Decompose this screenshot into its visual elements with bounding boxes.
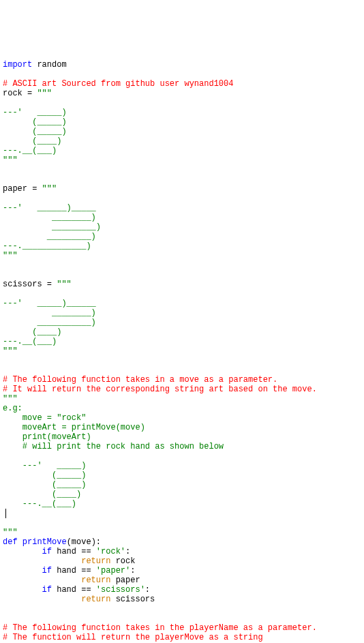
string-open: """: [57, 280, 72, 289]
identifier: scissors =: [3, 280, 57, 289]
indent: [3, 575, 81, 585]
code-line: import random: [3, 60, 67, 70]
comment: # The following function takes in the pl…: [3, 623, 317, 633]
identifier: paper: [110, 575, 140, 585]
code-line: if hand == 'scissors':: [3, 585, 150, 595]
docstring-line: # will print the rock hand as shown belo…: [3, 442, 224, 451]
colon: :: [125, 547, 130, 556]
indent: [3, 585, 42, 595]
comment: # It will return the corresponding strin…: [3, 385, 317, 394]
code-line: return rock: [3, 556, 135, 566]
expr: hand ==: [52, 547, 96, 556]
indent: [3, 547, 42, 556]
function-name: printMove: [18, 537, 67, 547]
colon: :: [130, 566, 135, 575]
comment: # The following function takes in a move…: [3, 375, 277, 385]
code-line: paper = """: [3, 184, 57, 194]
keyword-def: def: [3, 537, 18, 547]
text-cursor: [5, 509, 6, 518]
code-line: scissors = """: [3, 280, 72, 289]
docstring-art: ---' _____) (_____) (_____) (____) ---._…: [3, 461, 86, 509]
identifier: rock: [110, 556, 135, 566]
identifier: paper =: [3, 184, 42, 194]
expr: hand ==: [52, 566, 96, 575]
string: 'scissors': [96, 585, 145, 595]
indent: [3, 566, 42, 575]
keyword-return: return: [81, 556, 110, 566]
keyword-if: if: [42, 585, 52, 595]
string-close: """: [3, 346, 18, 356]
expr: hand ==: [52, 585, 96, 595]
identifier: rock =: [3, 89, 37, 98]
code-line: rock = """: [3, 89, 52, 98]
string: 'rock': [96, 547, 125, 556]
identifier: random: [32, 60, 66, 70]
code-line: if hand == 'paper':: [3, 566, 135, 575]
string-open: """: [37, 89, 52, 98]
string-close: """: [3, 251, 18, 260]
identifier: scissors: [110, 595, 155, 604]
keyword-return: return: [81, 595, 110, 604]
keyword-if: if: [42, 566, 52, 575]
string-content: ---' _____) (_____) (_____) (____) ---._…: [3, 108, 67, 155]
indent: [3, 595, 81, 604]
string: 'paper': [96, 566, 130, 575]
docstring-line: e.g:: [3, 404, 22, 413]
docstring-line: move = "rock": [3, 413, 86, 423]
keyword-return: return: [81, 575, 110, 585]
string-content: ---' _____)______ ________) ___________)…: [3, 299, 96, 346]
string-open: """: [42, 184, 57, 194]
docstring-close: """: [3, 528, 18, 537]
comment: # ASCII art Sourced from github user wyn…: [3, 79, 233, 89]
code-line: if hand == 'rock':: [3, 547, 130, 556]
string-close: """: [3, 155, 18, 165]
colon: :: [145, 585, 150, 595]
keyword-if: if: [42, 547, 52, 556]
signature: (move):: [67, 537, 101, 547]
docstring-line: moveArt = printMove(move): [3, 423, 145, 432]
indent: [3, 556, 81, 566]
code-line: return paper: [3, 575, 140, 585]
docstring-open: """: [3, 394, 18, 404]
code-line: def printMove(move):: [3, 537, 101, 547]
string-content: ---' ______)_____ ________) _________) _…: [3, 203, 101, 251]
keyword-import: import: [3, 60, 32, 70]
code-line: return scissors: [3, 595, 155, 604]
comment: # The function will return the playerMov…: [3, 633, 263, 642]
code-editor: import random # ASCII art Sourced from g…: [3, 41, 361, 643]
docstring-line: print(moveArt): [3, 432, 91, 442]
